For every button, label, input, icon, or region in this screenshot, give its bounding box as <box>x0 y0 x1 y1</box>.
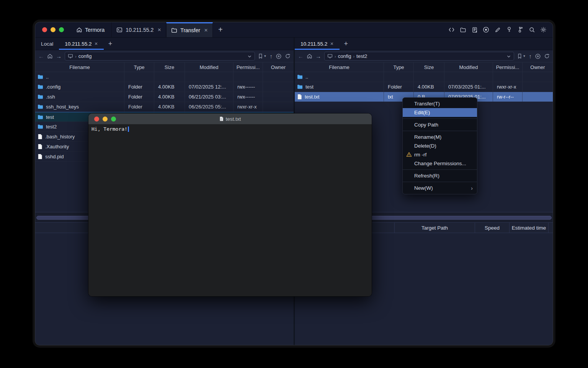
menu-item-edit[interactable]: Edit(E) <box>403 108 477 117</box>
home-icon[interactable] <box>47 53 53 59</box>
keychain-icon[interactable] <box>517 26 524 33</box>
menu-item-rm-rf[interactable]: rm -rf <box>403 150 477 159</box>
tab-label: Transfer <box>180 27 200 33</box>
home-icon <box>76 27 82 33</box>
menu-item-new[interactable]: New(W) › <box>403 184 477 192</box>
column-header[interactable]: Type <box>124 62 154 72</box>
new-panel-tab-button[interactable]: + <box>104 38 117 50</box>
table-row[interactable]: .config Folder 4.00KB 07/02/2025 12:... … <box>35 82 294 92</box>
window-controls <box>35 22 69 37</box>
refresh-icon[interactable] <box>544 53 550 59</box>
filename: test <box>305 84 314 90</box>
up-directory-icon[interactable]: ↑ <box>270 53 273 59</box>
column-header[interactable]: Speed <box>475 223 509 233</box>
menu-separator <box>403 169 477 170</box>
column-header[interactable]: Size <box>414 62 444 72</box>
record-macro-icon[interactable] <box>483 26 489 33</box>
bookmark-button[interactable]: ▼ <box>258 53 267 59</box>
close-tab-icon[interactable]: ✕ <box>95 41 98 46</box>
column-header[interactable]: Modified <box>185 62 234 72</box>
menu-item-label: rm -rf <box>414 152 426 158</box>
table-row[interactable]: ssh_host_keys Folder 4.00KB 06/26/2025 0… <box>35 102 294 112</box>
panel-tab-local[interactable]: Local <box>35 38 59 50</box>
close-window-button[interactable] <box>42 27 47 32</box>
column-header[interactable]: Owner <box>263 62 294 72</box>
column-header[interactable]: Target Path <box>394 223 475 233</box>
minimize-window-button[interactable] <box>51 27 56 32</box>
folder-icon <box>38 84 43 89</box>
panel-tab-remote[interactable]: 10.211.55.2 ✕ <box>59 38 104 50</box>
menu-item-refresh[interactable]: Refresh(R) <box>403 171 477 180</box>
code-snippets-icon[interactable] <box>448 26 455 33</box>
menu-item-label: New(W) <box>414 185 433 191</box>
menu-item-transfer[interactable]: Transfer(T) <box>403 99 477 108</box>
table-row[interactable]: .. <box>35 72 294 82</box>
new-panel-tab-button[interactable]: + <box>340 38 353 50</box>
close-tab-icon[interactable]: ✕ <box>157 27 161 33</box>
close-tab-icon[interactable]: ✕ <box>204 28 208 33</box>
back-icon[interactable]: ← <box>38 53 44 59</box>
new-tab-button[interactable]: + <box>213 22 228 37</box>
zoom-window-button[interactable] <box>59 27 64 32</box>
refresh-icon[interactable] <box>285 53 291 59</box>
filename: .ssh <box>46 94 55 100</box>
folder-icon <box>38 115 43 120</box>
folder-icon[interactable] <box>460 26 466 33</box>
column-header[interactable]: Filename <box>35 62 124 72</box>
column-header[interactable]: Owner <box>523 62 553 72</box>
home-icon[interactable] <box>307 53 312 59</box>
tab-label: 10.211.55.2 <box>126 27 154 33</box>
warning-icon <box>406 152 412 157</box>
context-menu: Transfer(T) Edit(E) Copy Path Rename(M) … <box>402 97 477 194</box>
path-field[interactable]: › config › test2 <box>324 52 514 61</box>
menu-item-change-permissions[interactable]: Change Permissions... <box>403 159 477 168</box>
column-header[interactable]: Permissi... <box>493 62 523 72</box>
table-row[interactable]: .ssh Folder 4.00KB 06/21/2025 03:... rwx… <box>35 92 294 102</box>
path-segment[interactable]: config <box>78 53 92 59</box>
table-row[interactable]: test Folder 4.00KB 07/03/2025 01:... rwx… <box>295 82 553 92</box>
edit-pencil-icon[interactable] <box>494 26 501 33</box>
search-icon[interactable] <box>529 26 535 33</box>
show-hidden-files-icon[interactable] <box>276 53 282 59</box>
panel-tab-remote[interactable]: 10.211.55.2 ✕ <box>295 38 340 50</box>
key-icon[interactable] <box>506 26 512 33</box>
bookmark-button[interactable]: ▼ <box>517 53 526 59</box>
forward-icon[interactable]: → <box>56 53 62 59</box>
filename: .. <box>305 74 308 80</box>
table-row[interactable]: .. <box>295 72 553 82</box>
path-field[interactable]: › config <box>65 52 255 61</box>
bookmark-dropdown-icon[interactable]: ▼ <box>264 54 267 58</box>
bookmark-dropdown-icon[interactable]: ▼ <box>523 54 526 58</box>
panel-tab-label: Local <box>41 41 53 47</box>
settings-gear-icon[interactable] <box>540 26 547 33</box>
column-header[interactable]: Permissi... <box>234 62 263 72</box>
menu-item-rename[interactable]: Rename(M) <box>403 133 477 141</box>
tab-transfer[interactable]: Transfer ✕ <box>166 22 213 37</box>
column-header[interactable]: Size <box>154 62 185 72</box>
editor-content[interactable]: Hi, Termora! <box>88 124 372 296</box>
tab-ssh-session[interactable]: 10.211.55.2 ✕ <box>111 22 166 37</box>
close-tab-icon[interactable]: ✕ <box>330 41 333 46</box>
back-icon[interactable]: ← <box>298 53 304 59</box>
column-header[interactable]: Filename <box>295 62 384 72</box>
app-home-tab[interactable]: Termora <box>69 22 111 37</box>
editor-titlebar[interactable]: test.txt <box>88 113 372 124</box>
chevron-down-icon[interactable] <box>247 54 252 59</box>
path-segment[interactable]: test2 <box>356 53 367 59</box>
menu-item-copy-path[interactable]: Copy Path <box>403 120 477 129</box>
menu-item-delete[interactable]: Delete(D) <box>403 141 477 150</box>
forward-icon[interactable]: → <box>315 53 321 59</box>
column-header[interactable]: Estimated time <box>509 223 548 233</box>
menu-separator <box>403 131 477 131</box>
path-segment[interactable]: config <box>338 53 351 59</box>
column-header[interactable]: Modified <box>444 62 493 72</box>
up-directory-icon[interactable]: ↑ <box>529 53 532 59</box>
titlebar-actions <box>448 22 553 37</box>
column-header <box>548 223 553 233</box>
path-separator: › <box>353 54 354 59</box>
show-hidden-files-icon[interactable] <box>535 53 541 59</box>
column-header[interactable]: Type <box>384 62 414 72</box>
submenu-chevron-icon: › <box>471 185 473 191</box>
chevron-down-icon[interactable] <box>506 54 511 59</box>
log-viewer-icon[interactable] <box>471 26 478 33</box>
